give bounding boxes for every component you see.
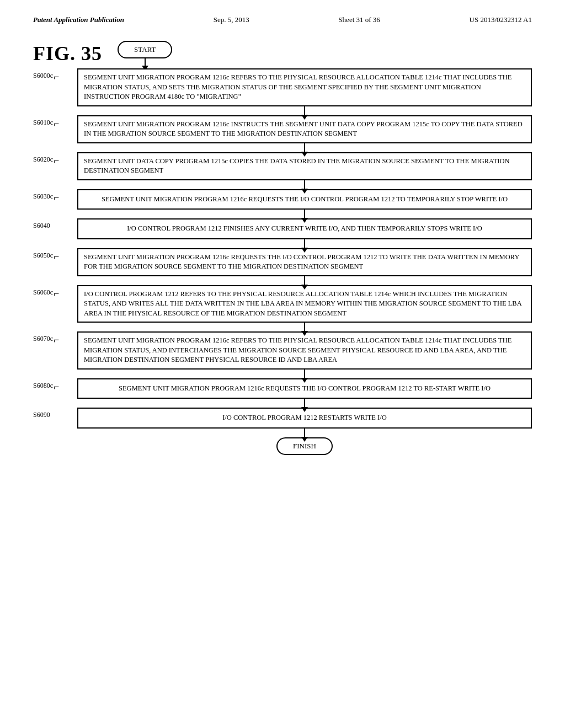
step-row-s6090: S6090 I/O CONTROL PROGRAM 1212 RESTARTS … xyxy=(33,408,532,429)
main-content: FIG. 35 START S6000c ⌐ SEGMENT UNIT MIGR… xyxy=(0,30,565,477)
step-row-s6030c: S6030c ⌐ SEGMENT UNIT MIGRATION PROGRAM … xyxy=(33,189,532,210)
step-label-s6080c: S6080c ⌐ xyxy=(33,378,77,392)
step-box-s6070c: SEGMENT UNIT MIGRATION PROGRAM 1216c REF… xyxy=(77,331,532,370)
connector-s6030c xyxy=(33,210,532,218)
connector-s6040 xyxy=(33,239,532,248)
step-label-s6090: S6090 xyxy=(33,408,77,419)
step-label-s6020c: S6020c ⌐ xyxy=(33,152,77,165)
connector-s6090 xyxy=(33,429,532,437)
connector-s6060c xyxy=(33,323,532,331)
step-row-s6070c: S6070c ⌐ SEGMENT UNIT MIGRATION PROGRAM … xyxy=(33,331,532,370)
flowchart: S6000c ⌐ SEGMENT UNIT MIGRATION PROGRAM … xyxy=(33,68,532,455)
page-header: Patent Application Publication Sep. 5, 2… xyxy=(0,0,565,30)
step-row-s6050c: S6050c ⌐ SEGMENT UNIT MIGRATION PROGRAM … xyxy=(33,248,532,276)
step-row-s6020c: S6020c ⌐ SEGMENT UNIT DATA COPY PROGRAM … xyxy=(33,152,532,180)
connector-s6000c xyxy=(33,106,532,115)
sheet-label: Sheet 31 of 36 xyxy=(338,15,380,24)
connector-s6020c xyxy=(33,180,532,189)
connector-s6070c xyxy=(33,370,532,378)
step-label-s6030c: S6030c ⌐ xyxy=(33,189,77,202)
step-box-s6060c: I/O CONTROL PROGRAM 1212 REFERS TO THE P… xyxy=(77,285,532,323)
step-label-s6060c: S6060c ⌐ xyxy=(33,285,77,298)
connector-s6050c xyxy=(33,276,532,285)
figure-title: FIG. 35 xyxy=(33,42,102,65)
step-row-s6040: S6040 I/O CONTROL PROGRAM 1212 FINISHES … xyxy=(33,218,532,239)
page: Patent Application Publication Sep. 5, 2… xyxy=(0,0,565,728)
step-box-s6000c: SEGMENT UNIT MIGRATION PROGRAM 1216c REF… xyxy=(77,68,532,106)
step-row-s6010c: S6010c ⌐ SEGMENT UNIT MIGRATION PROGRAM … xyxy=(33,115,532,143)
step-row-s6060c: S6060c ⌐ I/O CONTROL PROGRAM 1212 REFERS… xyxy=(33,285,532,323)
step-row-s6000c: S6000c ⌐ SEGMENT UNIT MIGRATION PROGRAM … xyxy=(33,68,532,106)
step-row-s6080c: S6080c ⌐ SEGMENT UNIT MIGRATION PROGRAM … xyxy=(33,378,532,399)
step-label-s6040: S6040 xyxy=(33,218,77,230)
patent-number-label: US 2013/0232312 A1 xyxy=(470,15,532,24)
connector-s6010c xyxy=(33,143,532,152)
date-label: Sep. 5, 2013 xyxy=(214,15,249,24)
start-oval: START xyxy=(118,41,172,58)
step-label-s6000c: S6000c ⌐ xyxy=(33,68,77,82)
step-label-s6010c: S6010c ⌐ xyxy=(33,115,77,129)
step-label-s6070c: S6070c ⌐ xyxy=(33,331,77,345)
step-label-s6050c: S6050c ⌐ xyxy=(33,248,77,261)
publication-label: Patent Application Publication xyxy=(33,15,124,24)
connector-s6080c xyxy=(33,399,532,408)
arrow-start xyxy=(145,58,146,66)
